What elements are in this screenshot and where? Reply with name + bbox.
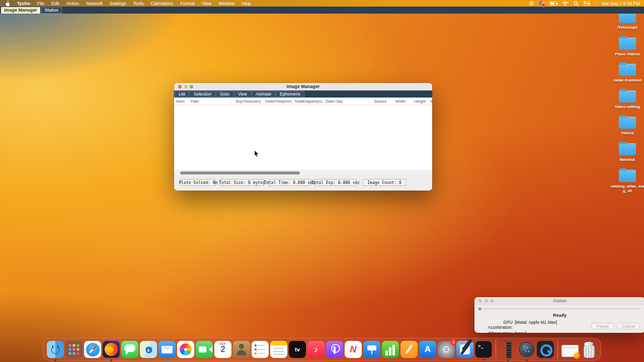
dock-minimized-window[interactable] xyxy=(561,345,579,357)
minimize-button[interactable] xyxy=(485,299,488,303)
im-menu-list[interactable]: List xyxy=(175,91,189,97)
dock-icon-launchpad[interactable] xyxy=(65,341,83,358)
im-menu-ephemeris[interactable]: Ephemeris xyxy=(276,91,304,97)
apple-menu-icon[interactable] xyxy=(5,1,10,7)
status-titlebar[interactable]: Status xyxy=(474,297,644,305)
dock-icon-terminal[interactable]: >_ xyxy=(475,341,492,358)
col-exptime[interactable]: ExpTime(sec) xyxy=(231,99,263,104)
col-deltatime[interactable]: DeltaTime(min) xyxy=(263,99,292,104)
image-list-area[interactable] xyxy=(174,105,432,170)
pause-button[interactable]: Pause xyxy=(591,323,614,329)
close-button[interactable] xyxy=(178,85,182,88)
window-title: Status xyxy=(553,298,567,303)
app-menu-tycho[interactable]: Tycho xyxy=(17,1,30,6)
menu-network[interactable]: Network xyxy=(86,1,103,6)
zoom-button[interactable] xyxy=(490,299,494,303)
dock-icon-numbers[interactable] xyxy=(382,341,399,358)
pinwheel-status-icon[interactable] xyxy=(539,1,544,6)
plate-solved-box: Plate Solved: No xyxy=(181,179,216,186)
dock-icon-notes[interactable] xyxy=(270,341,287,358)
dock-icon-mail[interactable] xyxy=(158,341,176,358)
search-icon[interactable] xyxy=(574,1,579,6)
menu-bar-clock[interactable]: Sat Sep 2 6:34 PM xyxy=(602,1,640,6)
tab-image-manager[interactable]: Image Manager xyxy=(1,7,40,14)
image-manager-titlebar[interactable]: Image Manager xyxy=(174,83,432,90)
menu-format[interactable]: Format xyxy=(180,1,195,6)
dock-icon-pages[interactable] xyxy=(400,341,418,358)
folder-icon xyxy=(619,64,636,76)
cancel-button[interactable]: Cancel xyxy=(617,323,640,329)
zoom-button[interactable] xyxy=(190,85,193,88)
dock-icon-system-settings[interactable]: ⚙ 1 xyxy=(438,341,455,358)
dock-icon-podcasts[interactable] xyxy=(326,341,343,358)
dock-icon-music[interactable]: ♪ xyxy=(307,341,325,358)
dock-icon-keynote[interactable] xyxy=(363,341,380,358)
folder-video-editing[interactable]: Video editing xyxy=(609,90,644,110)
im-menu-view[interactable]: View xyxy=(234,91,251,97)
horizontal-scrollbar[interactable] xyxy=(174,170,432,174)
folder-itelescope[interactable]: iTelescope xyxy=(609,11,644,30)
col-dateobs[interactable]: Date-Obs xyxy=(323,99,368,104)
tv-glyph: tv xyxy=(289,341,306,358)
dock-icon-tycho-strip-app[interactable] xyxy=(500,341,517,358)
folder-videos[interactable]: Videos xyxy=(609,117,644,136)
dock-icon-quicktime[interactable] xyxy=(537,341,554,358)
menu-window[interactable]: Window xyxy=(218,1,234,6)
menu-edit[interactable]: Edit xyxy=(51,1,59,6)
control-center-icon[interactable] xyxy=(584,1,590,6)
observatory-label: Observatory: xyxy=(478,331,515,333)
folder-label: catalog_atlas_mag_20 xyxy=(610,184,644,194)
dock-icon-news[interactable]: N xyxy=(345,341,362,358)
dock-icon-messages[interactable] xyxy=(121,341,138,358)
summary-bar: Plate Solved: No Total Size: 0 bytes Tot… xyxy=(174,174,432,191)
folder-radar-frontend[interactable]: radar-frontend xyxy=(609,64,644,83)
dock-icon-reminders[interactable] xyxy=(252,341,269,358)
dock-icon-app-store[interactable]: A xyxy=(419,341,436,358)
menu-tools[interactable]: Tools xyxy=(133,1,143,6)
image-manager-window: Image Manager List Selection Goto View A… xyxy=(174,83,432,191)
folder-catalog-atlas[interactable]: catalog_atlas_mag_20 xyxy=(609,170,644,194)
dock-icon-photos[interactable] xyxy=(177,341,194,358)
minimize-button[interactable] xyxy=(184,85,188,88)
col-b[interactable]: b xyxy=(428,99,432,104)
observatory-value: [none] xyxy=(515,331,644,333)
col-path[interactable]: Path xyxy=(188,99,231,104)
dock-icon-contacts[interactable] xyxy=(233,341,250,358)
col-solved[interactable]: Solved xyxy=(368,99,388,104)
dock-icon-trash[interactable] xyxy=(580,341,597,358)
im-menu-animate[interactable]: Animate xyxy=(252,91,275,97)
recording-indicator-icon[interactable] xyxy=(529,1,534,6)
terminal-prompt-glyph: >_ xyxy=(478,343,484,348)
menu-settings[interactable]: Settings xyxy=(110,1,126,6)
col-height[interactable]: Height xyxy=(408,99,428,104)
wifi-icon[interactable] xyxy=(562,1,569,6)
im-menu-selection[interactable]: Selection xyxy=(190,91,215,97)
tab-status[interactable]: Status xyxy=(41,7,62,14)
scrollbar-thumb[interactable] xyxy=(180,171,300,174)
col-totalelapsed[interactable]: TotalElapsed(m... xyxy=(292,99,323,104)
folder-plane-videos[interactable]: Plane Videos xyxy=(609,38,644,57)
menu-calculators[interactable]: Calculators xyxy=(150,1,173,6)
total-size-box: Total Size: 0 bytes xyxy=(220,179,264,186)
dock-icon-safari[interactable] xyxy=(84,341,101,358)
dock-icon-maps[interactable] xyxy=(140,341,157,358)
menu-file[interactable]: File xyxy=(37,1,45,6)
menu-action[interactable]: Action xyxy=(66,1,79,6)
dock-icon-apple-tv[interactable]: tv xyxy=(289,341,306,358)
close-button[interactable] xyxy=(478,299,482,303)
dock-icon-calendar[interactable]: SEP 2 xyxy=(214,341,231,358)
im-menu-goto[interactable]: Goto xyxy=(216,91,233,97)
folder-icon xyxy=(619,170,636,182)
dock: SEP 2 tv ♪ N A ⚙ 1 >_ xyxy=(43,338,601,361)
dock-icon-firefox[interactable] xyxy=(103,341,120,358)
folder-basilisk[interactable]: Basilisk xyxy=(609,143,644,162)
dock-icon-tycho-planet-app[interactable] xyxy=(518,341,535,358)
menu-view[interactable]: View xyxy=(202,1,211,6)
menu-help[interactable]: Help xyxy=(242,1,251,6)
dock-icon-facetime[interactable] xyxy=(196,341,213,358)
dock-icon-finder[interactable] xyxy=(47,341,64,358)
col-width[interactable]: Width xyxy=(388,99,408,104)
dock-icon-xcode[interactable] xyxy=(456,341,473,358)
col-num[interactable]: Num xyxy=(174,99,188,104)
battery-icon[interactable] xyxy=(549,2,557,6)
